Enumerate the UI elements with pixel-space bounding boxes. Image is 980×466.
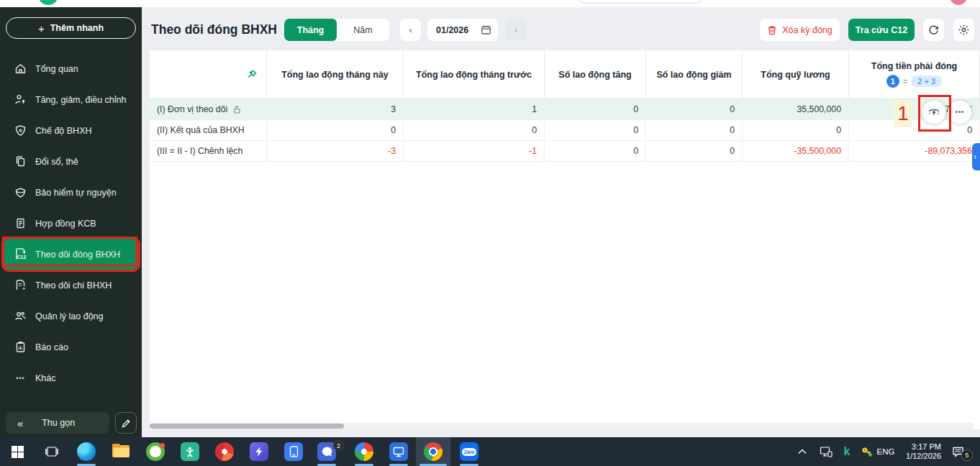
sidebar-item-theo-doi-dong-bhxh[interactable]: C12 Theo dõi đóng BHXH [4, 239, 138, 270]
period-picker[interactable]: 01/2026 [427, 19, 498, 41]
taskbar-colorwheel-app-icon[interactable] [347, 437, 381, 466]
sidebar-footer: « Thu gọn [0, 412, 142, 434]
toggle-year[interactable]: Năm [337, 19, 389, 41]
pencil-icon [121, 418, 132, 429]
table-scroll-right-button[interactable]: › [972, 143, 980, 170]
taskbar-remote-desktop-app-icon[interactable] [381, 437, 416, 466]
column-header[interactable]: Số lao động giảm [646, 50, 743, 99]
sidebar-item-bao-cao[interactable]: Báo cáo [4, 332, 138, 362]
lookup-c12-button[interactable]: Tra cứu C12 [848, 19, 915, 41]
column-header[interactable]: Tổng quỹ lương [743, 50, 849, 99]
sidebar-item-tong-quan[interactable]: Tổng quan [4, 53, 138, 84]
prev-period-button[interactable]: ‹ [400, 19, 421, 41]
edit-menu-button[interactable] [115, 412, 137, 434]
pin-icon[interactable] [245, 68, 258, 81]
document-out-icon [14, 278, 27, 292]
refresh-button[interactable] [923, 19, 944, 41]
row-label: (I) Đơn vị theo dõi [157, 104, 227, 114]
sidebar-nav: Tổng quan Tăng, giảm, điều chỉnh Chế độ … [0, 53, 142, 393]
horizontal-scrollbar [150, 423, 974, 429]
taskbar-lightning-app-icon[interactable] [242, 437, 276, 466]
next-period-button[interactable]: › [506, 19, 527, 41]
calendar-icon [481, 24, 491, 35]
chevron-right-icon: › [974, 152, 976, 162]
cell-value: -35,500,000 [743, 141, 849, 162]
sidebar-item-label: Bảo hiểm tự nguyện [35, 188, 117, 198]
tray-clock[interactable]: 3:17 PM 1/12/2026 [898, 442, 941, 461]
taskbar-green-ring-app-icon[interactable] [138, 437, 173, 466]
taskbar-blue-device-app-icon[interactable] [276, 437, 311, 466]
sidebar-item-label: Theo dõi đóng BHXH [35, 250, 120, 260]
sidebar-item-quan-ly-lao-dong[interactable]: Quản lý lao động [4, 301, 138, 332]
delete-period-button[interactable]: Xóa kỳ đóng [760, 19, 840, 41]
cell-value: 0 [404, 120, 545, 141]
quick-add-button[interactable]: + Thêm nhanh [6, 17, 136, 39]
clock-date: 1/12/2026 [898, 452, 941, 461]
tray-network-icon[interactable] [813, 437, 839, 466]
sidebar-item-theo-doi-chi-bhxh[interactable]: Theo dõi chi BHXH [4, 270, 138, 301]
sidebar-item-tang-giam[interactable]: Tăng, giảm, điều chỉnh [4, 84, 138, 115]
sidebar-item-bao-hiem-tu-nguyen[interactable]: Bảo hiểm tự nguyện [4, 177, 138, 208]
people-icon [14, 309, 27, 323]
taskbar-edge-icon[interactable] [69, 437, 104, 466]
table-row-chenh-lech[interactable]: (III = II - I) Chênh lệch -3 -1 0 0 -35,… [150, 141, 980, 162]
taskbar-file-explorer-icon[interactable] [104, 437, 138, 466]
cell-value: -89,073,356 [849, 141, 980, 162]
language-label: ENG [877, 447, 895, 456]
row-more-button[interactable]: ••• [948, 100, 972, 124]
sidebar-item-label: Quản lý lao động [35, 311, 104, 321]
shield-icon [14, 186, 27, 199]
ellipsis-icon: ••• [14, 371, 27, 385]
taskbar-zalo-icon[interactable]: Zalo [452, 437, 486, 466]
start-button[interactable] [0, 437, 35, 466]
formula-pill-2-3: 2 + 3 [911, 76, 942, 87]
cell-value: -3 [267, 141, 404, 162]
zalo-logo-text: Zalo [462, 448, 476, 456]
sidebar-item-hop-dong-kcb[interactable]: Hợp đồng KCB [4, 208, 138, 239]
more-dots-icon: ••• [956, 109, 964, 116]
toggle-visibility-button[interactable] [922, 100, 946, 124]
sidebar-item-che-do-bhxh[interactable]: Chế độ BHXH [4, 115, 138, 146]
sidebar-item-label: Đổi sổ, thẻ [35, 157, 78, 167]
tray-action-center-button[interactable]: 5 [943, 437, 974, 466]
taskbar-orange-swirl-app-icon[interactable] [207, 437, 242, 466]
tray-hidden-icons-button[interactable] [790, 437, 815, 466]
unlock-icon[interactable] [232, 105, 242, 114]
global-search-input[interactable] [576, 0, 705, 4]
task-view-button[interactable] [35, 437, 69, 466]
tray-language-button[interactable]: ENG [872, 437, 899, 466]
column-header-total-due[interactable]: Tổng tiền phải đóng 1 = 2 + 3 [849, 50, 980, 99]
formula-circle-1: 1 [886, 75, 899, 88]
sidebar-item-label: Hợp đồng KCB [35, 219, 96, 229]
sidebar-item-doi-so-the[interactable]: Đổi sổ, thẻ [4, 146, 138, 177]
toggle-month[interactable]: Tháng [284, 19, 337, 41]
table-row-don-vi-theo-doi[interactable]: (I) Đơn vị theo dõi 3 1 0 0 35,500,000 8… [150, 99, 980, 120]
contract-icon [14, 216, 27, 230]
taskbar-chrome-icon[interactable] [416, 437, 450, 466]
column-header[interactable]: Số lao động tăng [545, 50, 646, 99]
formula-equals: = [903, 77, 907, 86]
chevron-right-icon: › [514, 24, 517, 35]
notification-badge: 5 [961, 449, 973, 461]
column-header[interactable]: Tổng lao động tháng trước [404, 50, 545, 99]
table-row-ket-qua-bhxh[interactable]: (II) Kết quả của BHXH 0 0 0 0 0 0 [150, 120, 980, 141]
column-header-empty [150, 50, 267, 99]
sidebar-item-khac[interactable]: ••• Khác [4, 362, 138, 393]
avatar[interactable] [950, 0, 967, 5]
annotation-step-number: 1 [894, 100, 912, 127]
collapse-sidebar-button[interactable]: « Thu gọn [6, 412, 109, 434]
collapse-label: Thu gọn [23, 418, 94, 428]
taskbar-chat-app-icon[interactable]: 2 [309, 437, 344, 466]
column-header[interactable]: Tổng lao động tháng này [267, 50, 404, 99]
taskbar-teal-person-app-icon[interactable] [173, 437, 207, 466]
page-title: Theo dõi đóng BHXH [151, 22, 277, 37]
settings-button[interactable] [953, 19, 974, 41]
row-label-cell: (III = II - I) Chênh lệch [150, 141, 267, 162]
cell-value: 0 [545, 141, 646, 162]
row-label-cell: (I) Đơn vị theo dõi [150, 99, 267, 120]
horizontal-scrollbar-thumb[interactable] [150, 424, 344, 429]
column-header-label: Tổng tiền phải đóng [871, 61, 957, 71]
cell-value: 0 [646, 120, 743, 141]
refresh-icon [927, 24, 940, 36]
app-topbar [0, 0, 980, 7]
